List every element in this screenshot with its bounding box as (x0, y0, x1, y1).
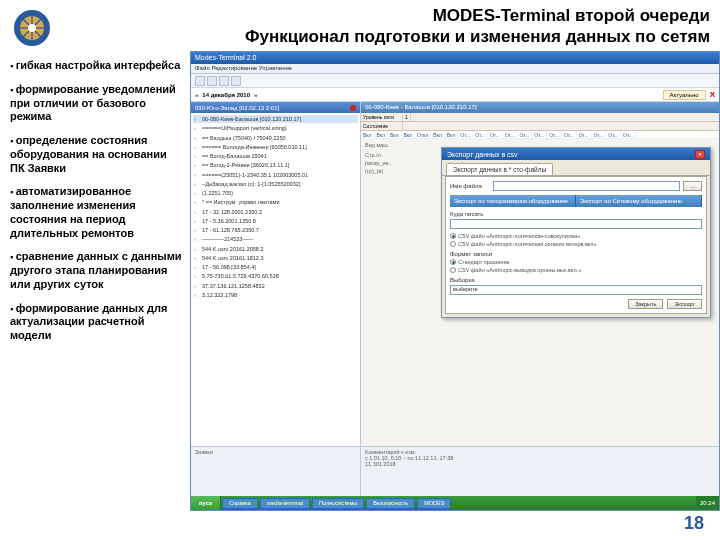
state-cell[interactable]: От... (503, 131, 518, 138)
current-date[interactable]: 14 декабря 2010 (202, 92, 250, 98)
company-logo (12, 8, 52, 48)
system-tray[interactable]: 20:24 (696, 496, 719, 510)
tree-item[interactable]: ›06-080-Киев-Балашов [010.120.210.17] (193, 115, 358, 123)
tree-item[interactable]: ›17 - 5.36.2001.1350.8 (193, 217, 358, 225)
tree-item[interactable]: ›544.K.osrv 20161.2058.2 (193, 245, 358, 253)
tree-item[interactable]: ›== Волгд-Балашов 15041 (193, 152, 358, 160)
filename-input[interactable] (493, 181, 680, 191)
svg-point-6 (28, 24, 36, 32)
state-cell[interactable]: От... (606, 131, 621, 138)
window-titlebar: Modes-Terminal 2.0 (191, 52, 719, 64)
page-number: 18 (684, 513, 704, 534)
bullet-item: определение состояния оборудования на ос… (10, 134, 184, 175)
tab-current[interactable]: Актуально (663, 90, 706, 100)
state-cell[interactable]: Вкл (431, 131, 445, 138)
tree-item[interactable]: ›————214523—— (193, 235, 358, 243)
start-button[interactable]: пуск (191, 496, 221, 510)
right-pane-title: 06-080-Киев - Балашов [010.120.210.17] (361, 102, 719, 113)
radio-icon (450, 233, 456, 239)
state-cell[interactable]: Вкл (445, 131, 459, 138)
state-cell[interactable]: От... (547, 131, 562, 138)
nav-prev-icon[interactable]: « (195, 92, 198, 98)
slide-title-1: MODES-Terminal второй очереди (60, 6, 710, 26)
nav-next-icon[interactable]: » (254, 92, 257, 98)
export-button[interactable]: Экспорт (667, 299, 702, 309)
tree-item[interactable]: ›3.12.322.1798 (193, 291, 358, 299)
taskbar-item[interactable]: media-terminal (260, 498, 310, 509)
state-cell[interactable]: От... (577, 131, 592, 138)
state-cell[interactable]: От... (621, 131, 636, 138)
tree-item[interactable]: ›17 - 32.128.2001.2350.2 (193, 208, 358, 216)
slide-title-2: Функционал подготовки и изменения данных… (60, 27, 710, 47)
left-pane-title: 030-Юго-Запад [02.02.13 2:01] (195, 105, 279, 111)
selection-label: Выборка (450, 277, 702, 283)
radio-icon (450, 241, 456, 247)
alert-indicator-icon (350, 105, 356, 111)
taskbar-item[interactable]: Полносистемы (312, 498, 364, 509)
grid-level-label: Уровень сети (361, 113, 403, 121)
browse-button[interactable]: ... (683, 181, 702, 191)
tree-item[interactable]: ›37.37.136.121.1258.4832 (193, 282, 358, 290)
state-cell[interactable]: Вкл (375, 131, 389, 138)
state-cell[interactable]: От... (458, 131, 473, 138)
tree-item[interactable]: ›~ДнЗапад.вокзал.(с): 1-[1.0525520032] (193, 180, 358, 188)
subtab-by-type[interactable]: Экспорт по типоразмерам оборудования (450, 195, 576, 207)
tree-item[interactable]: ›* == Инструм. управл.лентами (193, 198, 358, 206)
tree-item[interactable]: ›== Волгд-2-Рязани [36020.13.11.1] (193, 161, 358, 169)
grid-header: Уровень сети 1 (361, 113, 719, 122)
state-row: ВклВклВклВклОтклВклВклОт...От...От...От.… (361, 131, 719, 139)
state-cell[interactable]: От... (532, 131, 547, 138)
toolbar-button[interactable] (219, 76, 229, 86)
bullet-item: формирование уведомлений при отличии от … (10, 83, 184, 124)
radio-option[interactable]: CSV файл «Anthropic-выводка органы.вых.в… (450, 267, 702, 273)
bullet-item: формирование данных для актуализации рас… (10, 302, 184, 343)
left-pane-header: 030-Юго-Запад [02.02.13 2:01] (191, 102, 360, 113)
selection-input[interactable]: выберите (450, 285, 702, 295)
toolbar-button[interactable] (195, 76, 205, 86)
tree-item[interactable]: ›======(25051)-1-2340.35.1 102003005.01 (193, 171, 358, 179)
cancel-button[interactable]: Закрыть (628, 299, 663, 309)
taskbar: пуск Справка media-terminal Полносистемы… (191, 496, 719, 510)
state-cell[interactable]: От... (592, 131, 607, 138)
radio-icon (450, 259, 456, 265)
tree-item[interactable]: ›== Балдыш (75040) / 75040.2250 (193, 134, 358, 142)
taskbar-item[interactable]: Справка (222, 498, 258, 509)
state-cell[interactable]: От... (473, 131, 488, 138)
filename-label: Имя файла (450, 183, 490, 189)
grid-state-label: Состояние (361, 122, 403, 130)
tree-item[interactable]: ›5.75-730.61.5.729.4370.60.528 (193, 272, 358, 280)
tree-item[interactable]: ›17 - 56.098.[33.854.4] (193, 263, 358, 271)
radio-option[interactable]: Стандарт прошение (450, 259, 702, 265)
toolbar-button[interactable] (207, 76, 217, 86)
menubar[interactable]: Файл Редактирование Управление (191, 64, 719, 74)
tree-item[interactable]: ›====== Вологда-Инженер [60050.010.11] (193, 143, 358, 151)
toolbar (191, 74, 719, 88)
where-label: Куда писать (450, 211, 702, 217)
state-cell[interactable]: От... (518, 131, 533, 138)
bullet-item: сравнение данных с данными другого этапа… (10, 250, 184, 291)
app-screenshot: Modes-Terminal 2.0 Файл Редактирование У… (190, 51, 720, 511)
state-cell[interactable]: Откл (415, 131, 431, 138)
subtab-by-network[interactable]: Экспорт по Сетевому оборудованию (576, 195, 702, 207)
tree-item[interactable]: ›(1.2251.705) (193, 189, 358, 197)
where-input[interactable] (450, 219, 702, 229)
state-cell[interactable]: От... (562, 131, 577, 138)
taskbar-item[interactable]: Безопасность (366, 498, 415, 509)
taskbar-item[interactable]: MODES (417, 498, 451, 509)
tree-item[interactable]: ›======UIHsupport (vertical.string) (193, 124, 358, 132)
close-icon[interactable]: × (695, 150, 705, 159)
state-cell[interactable]: Вкл (361, 131, 375, 138)
state-cell[interactable]: От... (488, 131, 503, 138)
tree-item[interactable]: ›544.K.osrv 20161.1812.3 (193, 254, 358, 262)
close-tab-icon[interactable]: X (710, 90, 715, 99)
state-cell[interactable]: Вкл (402, 131, 416, 138)
requests-label: Заявки (195, 449, 356, 455)
tree-item[interactable]: ›17 - 61.128.765.2350.7 (193, 226, 358, 234)
toolbar-button[interactable] (231, 76, 241, 86)
state-cell[interactable]: Вкл (388, 131, 402, 138)
radio-option[interactable]: CSV файл «Anthropic-логическая организ и… (450, 241, 702, 247)
radio-option[interactable]: CSV файл «Anthropic-логическая-совокупил… (450, 233, 702, 239)
dialog-tab-export[interactable]: Экспорт данных в * сто-файлы (446, 163, 553, 175)
dialog-title: Экспорт данных в csv (447, 151, 518, 158)
clock: 20:24 (700, 500, 715, 506)
